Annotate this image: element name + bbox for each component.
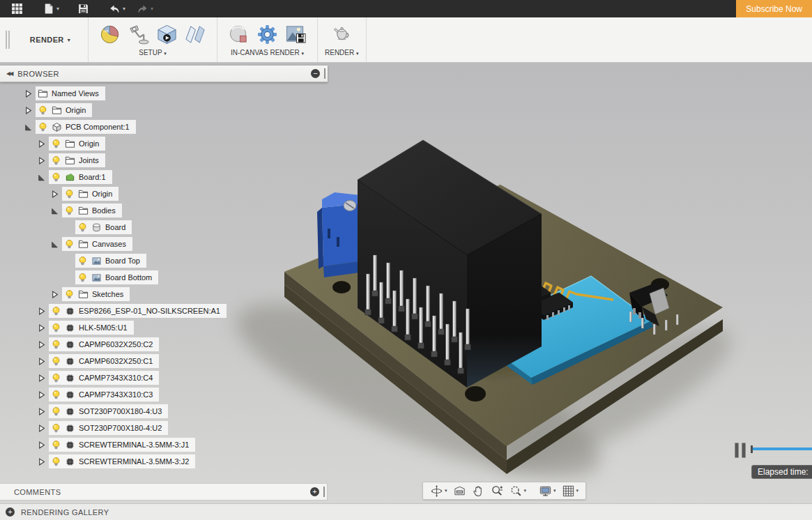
visibility-bulb-icon[interactable]: [64, 206, 75, 216]
expand-toggle[interactable]: [50, 290, 59, 299]
visibility-bulb-icon[interactable]: [77, 222, 88, 233]
tree-item[interactable]: Board:1: [49, 170, 112, 184]
tree-item[interactable]: CAPMP7343X310:C4: [49, 371, 159, 385]
redo-button[interactable]: ▾: [132, 0, 158, 17]
look-at-button[interactable]: [450, 483, 469, 499]
visibility-bulb-icon[interactable]: [64, 289, 75, 300]
expand-toggle[interactable]: [37, 340, 46, 349]
tree-item[interactable]: Origin: [36, 103, 92, 117]
expand-gallery-button[interactable]: [6, 507, 15, 517]
expand-toggle[interactable]: [37, 156, 46, 165]
panel-resize-grip[interactable]: [324, 68, 325, 79]
visibility-bulb-icon[interactable]: [51, 172, 61, 183]
expand-toggle[interactable]: [50, 206, 59, 215]
incanvas-tool-button[interactable]: [224, 22, 253, 47]
add-comment-button[interactable]: [310, 487, 319, 496]
tree-item[interactable]: Board: [75, 220, 132, 234]
panel-resize-grip[interactable]: [323, 487, 325, 497]
zoom-button[interactable]: [488, 483, 507, 499]
ribbon-group-label[interactable]: IN-CANVAS RENDER ▾: [231, 49, 304, 56]
visibility-bulb-icon[interactable]: [77, 256, 88, 266]
tree-item[interactable]: HLK-5M05:U1: [49, 321, 134, 335]
app-grid-button[interactable]: [7, 0, 27, 17]
rendering-gallery-bar[interactable]: RENDERING GALLERY: [0, 503, 812, 520]
expand-toggle[interactable]: [37, 357, 46, 366]
collapse-panel-icon[interactable]: ◀◀: [6, 70, 12, 77]
tree-item[interactable]: CAPMP6032X250:C1: [49, 354, 159, 368]
tree-item[interactable]: Canvases: [62, 237, 132, 251]
visibility-bulb-icon[interactable]: [51, 440, 61, 450]
visibility-bulb-icon[interactable]: [51, 323, 61, 333]
tree-item[interactable]: CAPMP6032X250:C2: [49, 337, 159, 351]
tree-item[interactable]: Sketches: [62, 287, 130, 301]
expand-toggle[interactable]: [24, 89, 33, 98]
appearance-tool-button[interactable]: [95, 22, 124, 47]
toolbar-grip[interactable]: [3, 17, 13, 62]
expand-toggle[interactable]: [37, 139, 46, 148]
tree-item[interactable]: Named Views: [36, 86, 105, 100]
tree-item[interactable]: SCREWTERMINAL-3.5MM-3:J1: [49, 438, 195, 452]
expand-toggle[interactable]: [37, 323, 46, 332]
expand-toggle[interactable]: [50, 240, 59, 249]
teapot-tool-button[interactable]: [328, 22, 356, 47]
visibility-bulb-icon[interactable]: [38, 122, 48, 132]
visibility-bulb-icon[interactable]: [51, 356, 61, 367]
tree-item[interactable]: Origin: [49, 137, 105, 151]
tree-item[interactable]: Board Bottom: [75, 270, 158, 284]
zoom-window-button[interactable]: ▾: [507, 483, 530, 499]
texture-tool-button[interactable]: [181, 22, 210, 47]
screw-terminal[interactable]: [317, 192, 365, 277]
workspace-switcher[interactable]: RENDER▾: [13, 17, 88, 62]
ribbon-group-label[interactable]: RENDER ▾: [325, 49, 359, 56]
expand-toggle[interactable]: [37, 441, 46, 450]
visibility-bulb-icon[interactable]: [51, 373, 61, 383]
undo-button[interactable]: ▾: [105, 0, 130, 17]
tree-item[interactable]: CAPMP7343X310:C3: [49, 388, 159, 402]
expand-toggle[interactable]: [37, 390, 46, 399]
grid-display-button[interactable]: ▾: [559, 483, 582, 499]
visibility-bulb-icon[interactable]: [51, 139, 61, 149]
expand-toggle[interactable]: [37, 457, 46, 466]
expand-toggle[interactable]: [37, 424, 46, 433]
browser-panel-header[interactable]: ◀◀ BROWSER: [0, 66, 328, 82]
pan-button[interactable]: [469, 483, 488, 499]
expand-toggle[interactable]: [37, 374, 46, 383]
expand-toggle[interactable]: [37, 307, 46, 316]
minimize-panel-button[interactable]: [311, 69, 320, 78]
visibility-bulb-icon[interactable]: [51, 306, 61, 316]
tree-item[interactable]: ESP8266_ESP-01_NO-SILKSCREEN:A1: [49, 304, 227, 318]
capture-tool-button[interactable]: [282, 22, 310, 47]
pause-render-button[interactable]: [735, 442, 749, 459]
expand-toggle[interactable]: [37, 407, 46, 416]
expand-toggle[interactable]: [37, 173, 46, 182]
save-button[interactable]: [73, 0, 93, 17]
subscribe-now-button[interactable]: Subscribe Now: [736, 0, 812, 17]
gear-tool-button[interactable]: [253, 22, 282, 47]
visibility-bulb-icon[interactable]: [51, 423, 61, 434]
visibility-bulb-icon[interactable]: [77, 273, 88, 283]
tree-item[interactable]: SOT230P700X180-4:U2: [49, 421, 168, 435]
expand-toggle[interactable]: [24, 106, 33, 115]
tree-item[interactable]: SOT230P700X180-4:U3: [49, 404, 168, 418]
expand-toggle[interactable]: [50, 190, 59, 199]
tree-item[interactable]: SCREWTERMINAL-3.5MM-3:J2: [49, 454, 195, 468]
orbit-button[interactable]: ▾: [427, 483, 450, 499]
tree-item[interactable]: Board Top: [75, 254, 146, 268]
visibility-bulb-icon[interactable]: [38, 105, 48, 116]
file-menu-button[interactable]: ▾: [38, 0, 63, 17]
visibility-bulb-icon[interactable]: [51, 390, 61, 400]
tree-item[interactable]: Origin: [62, 187, 118, 201]
tree-item[interactable]: PCB Component:1: [36, 120, 136, 134]
comments-panel-header[interactable]: COMMENTS: [0, 483, 328, 500]
viewport[interactable]: ◀◀ BROWSER Named ViewsOriginPCB Componen…: [0, 63, 812, 503]
ribbon-group-label[interactable]: SETUP ▾: [139, 49, 166, 56]
tree-item[interactable]: Bodies: [62, 204, 122, 217]
visibility-bulb-icon[interactable]: [64, 189, 75, 199]
visibility-bulb-icon[interactable]: [64, 239, 75, 250]
expand-toggle[interactable]: [24, 123, 33, 132]
decal-tool-button[interactable]: [153, 22, 181, 47]
visibility-bulb-icon[interactable]: [51, 457, 61, 467]
environment-tool-button[interactable]: [124, 22, 153, 47]
visibility-bulb-icon[interactable]: [51, 155, 61, 166]
tree-item[interactable]: Joints: [49, 153, 105, 167]
